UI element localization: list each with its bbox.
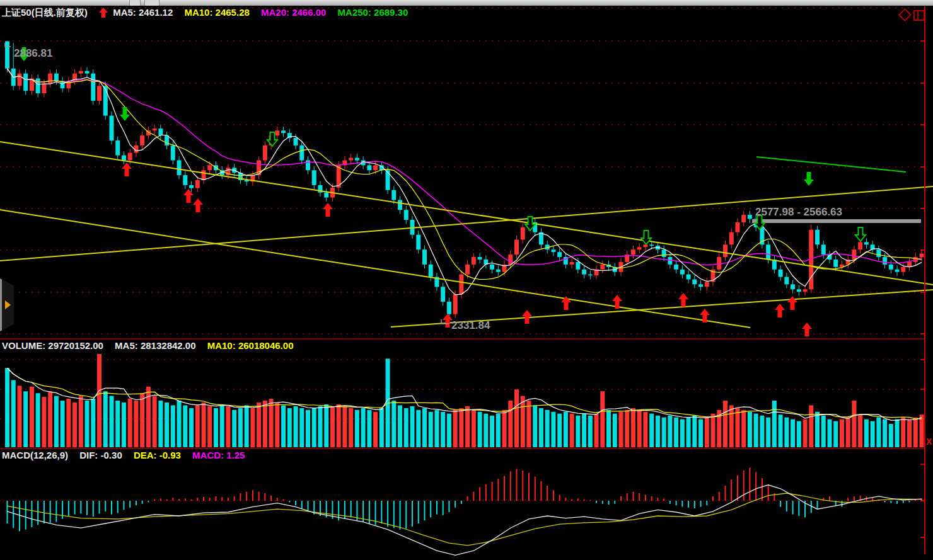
volume-ma10-label: MA10: 26018046.00 xyxy=(207,340,294,351)
macd-chart-canvas[interactable] xyxy=(0,464,933,560)
ma250-label: MA250: 2689.30 xyxy=(338,7,409,18)
window-top-strip xyxy=(0,0,933,6)
volume-ma5-label: MA5: 28132842.00 xyxy=(115,340,195,351)
price-annotation: 2886.81 xyxy=(14,47,52,59)
macd-name-label: MACD(12,26,9) xyxy=(2,450,68,460)
price-annotation: 2577.98 - 2566.63 xyxy=(755,206,842,218)
volume-header: VOLUME: 29720152.00 MA5: 28132842.00 MA1… xyxy=(2,340,302,352)
ma20-label: MA20: 2466.00 xyxy=(261,7,326,18)
axis-x-marker: X xyxy=(926,437,932,447)
sidebar-expander[interactable] xyxy=(0,278,14,331)
dif-label: DIF: -0.30 xyxy=(79,450,122,460)
toolbar-tab-stub xyxy=(129,0,141,6)
volume-chart-canvas[interactable] xyxy=(0,351,933,449)
up-arrow-icon xyxy=(99,8,108,18)
dea-label: DEA: -0.93 xyxy=(134,450,181,460)
price-annotation: 2331.84 xyxy=(451,319,490,331)
main-chart-header: 上证50(日线.前复权) MA5: 2461.12 MA10: 2465.28 … xyxy=(2,6,417,18)
ma5-label: MA5: 2461.12 xyxy=(113,7,173,18)
chart-title: 上证50(日线.前复权) xyxy=(2,7,88,18)
main-chart-canvas[interactable]: 2886.812577.98 - 2566.632331.84 xyxy=(0,19,933,339)
trading-app-window: 上证50(日线.前复权) MA5: 2461.12 MA10: 2465.28 … xyxy=(0,0,933,560)
price-axis-line xyxy=(924,6,925,554)
volume-label: VOLUME: 29720152.00 xyxy=(2,340,103,351)
toolbar-tab-stub xyxy=(144,0,159,6)
macd-value-label: MACD: 1.25 xyxy=(192,450,245,460)
macd-header: MACD(12,26,9) DIF: -0.30 DEA: -0.93 MACD… xyxy=(2,449,253,462)
expand-arrow-icon xyxy=(5,300,11,309)
ma10-label: MA10: 2465.28 xyxy=(184,7,249,18)
